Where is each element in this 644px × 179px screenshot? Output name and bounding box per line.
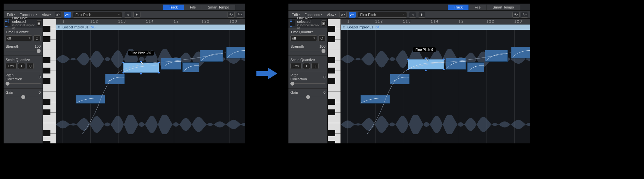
note[interactable]: [446, 58, 466, 70]
toolbar: Edit▾ Functions▾ View▾ ↙✶ Flex Pitch⇅ ♫ …: [4, 11, 245, 19]
region-header[interactable]: ⊞ Gospel Improv 01 ↻↻: [341, 24, 530, 30]
flex-button[interactable]: [64, 12, 71, 18]
time-quantize-value[interactable]: off⇅: [290, 35, 317, 41]
piano-keyboard[interactable]: [328, 19, 341, 143]
cmd-click-tool[interactable]: ↖▾: [236, 12, 243, 18]
note[interactable]: [485, 50, 508, 62]
updown-icon: ⇅: [403, 13, 405, 16]
tab-file[interactable]: File: [184, 5, 202, 10]
pitch-correction-slider[interactable]: [290, 81, 325, 86]
flex-mode-select[interactable]: Flex Pitch⇅: [358, 12, 407, 18]
strength-label: Strength: [6, 44, 19, 48]
view-menu[interactable]: View▾: [41, 13, 53, 17]
scale-quantize-key-button[interactable]: ♮: [303, 63, 310, 69]
note[interactable]: [226, 47, 245, 58]
tab-track[interactable]: Track: [448, 5, 469, 10]
pitch-correction-slider[interactable]: [6, 81, 41, 86]
piano-keyboard[interactable]: [43, 19, 56, 143]
inspector-title: One Note selected: [12, 16, 35, 24]
note-selected[interactable]: [408, 59, 444, 70]
gain-value: 0: [32, 90, 41, 94]
time-quantize-q-button[interactable]: Q: [318, 35, 325, 41]
ruler-tick: 1 1 3: [118, 20, 125, 23]
editor-lane[interactable]: 11 1 21 1 31 1 41 21 2 21 2 3 ⊞ Gospel I…: [56, 19, 245, 143]
midi-out-button[interactable]: ♫: [409, 12, 416, 18]
note[interactable]: [200, 50, 223, 62]
snowflake-icon: ✱: [420, 13, 423, 16]
tooltip-value: -30: [146, 51, 151, 55]
gain-slider[interactable]: [290, 94, 325, 100]
scale-quantize-key-button[interactable]: ♮: [18, 63, 25, 69]
svg-marker-0: [257, 68, 277, 79]
editor-lane[interactable]: 11 1 21 1 31 1 41 21 2 21 2 3 ⊞ Gospel I…: [341, 19, 530, 143]
top-tabs: Track File Smart Tempo: [288, 4, 530, 11]
gain-value: 0: [317, 90, 325, 94]
scale-quantize-q-button[interactable]: Q: [311, 63, 319, 69]
note[interactable]: [76, 95, 105, 104]
tab-smart-tempo[interactable]: Smart Tempo: [487, 5, 520, 10]
scale-quantize-q-button[interactable]: Q: [27, 63, 34, 69]
region-name: Gospel Improv 01: [347, 25, 373, 29]
scale-quantize-value[interactable]: Off⇅: [6, 63, 17, 69]
strength-value: 100: [317, 44, 325, 48]
region-icon: ⊞: [343, 25, 345, 29]
loop-icon: ↻↻: [90, 25, 96, 29]
note[interactable]: [360, 95, 390, 104]
ruler-tick: 1 2 2: [487, 20, 494, 23]
tab-smart-tempo[interactable]: Smart Tempo: [202, 5, 235, 10]
left-click-tool[interactable]: ↖▾: [228, 12, 235, 18]
ruler-tick: 1 2 3: [514, 20, 522, 23]
tab-file[interactable]: File: [469, 5, 487, 10]
ruler-tick: 1 1 2: [90, 20, 98, 23]
time-quantize-q-button[interactable]: Q: [33, 35, 41, 41]
strength-slider[interactable]: [6, 48, 41, 54]
region-header[interactable]: ⊞ Gospel Improv 01 ↻↻: [56, 24, 245, 30]
scale-quantize-label: Scale Quantize: [6, 58, 41, 62]
note[interactable]: [161, 58, 181, 70]
inspector-collapse-button[interactable]: ▣: [37, 20, 41, 26]
catch-button[interactable]: ✱: [133, 12, 140, 18]
midi-out-button[interactable]: ♫: [124, 12, 131, 18]
pitch-correction-label: Pitch Correction: [6, 73, 31, 81]
ruler-tick: 1 2 2: [202, 20, 209, 23]
left-click-tool[interactable]: ↖▾: [512, 12, 520, 18]
note[interactable]: [467, 62, 484, 72]
flex-button[interactable]: [349, 12, 356, 18]
ruler-tick: 1 1 4: [431, 20, 438, 23]
inspector-panel: ≡|≡ One Note selected in Gospel Improv 0…: [4, 19, 43, 143]
note[interactable]: [182, 62, 199, 72]
ruler-tick: 1: [63, 20, 64, 23]
gain-slider[interactable]: [6, 94, 41, 100]
fine-pitch-tooltip: Fine Pitch -30: [128, 51, 154, 56]
time-quantize-value[interactable]: off⇅: [6, 35, 32, 41]
cmd-click-tool[interactable]: ↖▾: [521, 12, 528, 18]
time-ruler[interactable]: 11 1 21 1 31 1 41 21 2 21 2 3: [341, 19, 530, 24]
region-name: Gospel Improv 01: [63, 25, 88, 29]
note[interactable]: [105, 74, 125, 84]
strength-slider[interactable]: [290, 48, 325, 54]
tab-track[interactable]: Track: [163, 5, 184, 10]
scale-quantize-value[interactable]: Off⇅: [290, 63, 302, 69]
catch-playhead-button[interactable]: ↙✶: [340, 12, 347, 18]
note-selected[interactable]: [123, 62, 159, 73]
time-ruler[interactable]: 11 1 21 1 31 1 41 21 2 21 2 3: [56, 19, 245, 24]
note[interactable]: [511, 47, 530, 58]
chevron-down-icon: ▾: [299, 13, 300, 16]
flex-mode-select[interactable]: Flex Pitch⇅: [73, 12, 122, 18]
pitch-correction-value: 0: [32, 75, 41, 79]
inspector-collapse-button[interactable]: ▣: [322, 20, 326, 26]
inspector-title: One Note selected: [297, 16, 320, 24]
loop-icon: ↻↻: [375, 25, 380, 29]
view-menu[interactable]: View▾: [325, 13, 338, 17]
pitch-correction-label: Pitch Correction: [290, 73, 316, 81]
catch-button[interactable]: ✱: [418, 12, 425, 18]
flex-pitch-editor-before: Track File Smart Tempo Edit▾ Functions▾ …: [3, 3, 246, 144]
note[interactable]: [390, 74, 410, 84]
gain-label: Gain: [290, 90, 298, 94]
catch-playhead-button[interactable]: ↙✶: [55, 12, 62, 18]
chevron-down-icon: ▾: [36, 13, 37, 16]
updown-icon: ⇅: [118, 13, 120, 16]
ruler-tick: 1 1 4: [146, 20, 153, 23]
ruler-tick: 1 1 2: [375, 20, 382, 23]
tooltip-value: 0: [431, 48, 433, 52]
